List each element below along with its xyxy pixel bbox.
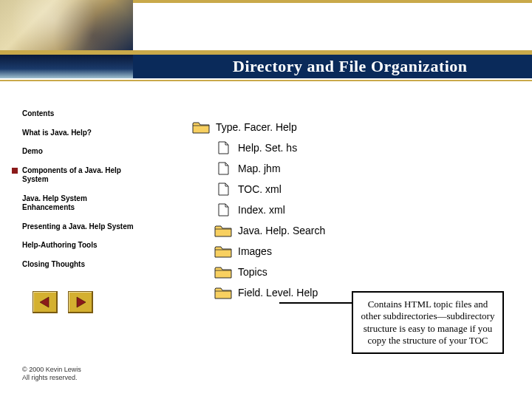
tree-label: Java. Help. Search <box>238 225 325 236</box>
tree-row: Index. xml <box>192 200 325 220</box>
toc-item-2[interactable]: Demo <box>22 147 140 157</box>
copyright-line1: © 2000 Kevin Lewis <box>22 366 81 375</box>
page-title: Directory and File Organization <box>233 57 468 76</box>
tree-row: TOC. xml <box>192 179 325 200</box>
tree-row: Java. Help. Search <box>192 220 325 241</box>
toc-sidebar: ContentsWhat is Java. Help?DemoComponent… <box>22 109 140 279</box>
file-icon <box>214 162 232 175</box>
directory-tree: Type. Facer. HelpHelp. Set. hsMap. jhmTO… <box>192 117 325 303</box>
tree-label: Help. Set. hs <box>238 142 297 154</box>
toc-item-7[interactable]: Closing Thoughts <box>22 260 140 270</box>
folder-icon <box>214 265 232 279</box>
toc-item-1[interactable]: What is Java. Help? <box>22 129 140 138</box>
tree-row: Field. Level. Help <box>192 282 325 303</box>
svg-marker-0 <box>40 297 49 307</box>
copyright-footer: © 2000 Kevin Lewis All rights reserved. <box>22 366 81 383</box>
tree-label: Field. Level. Help <box>238 287 318 299</box>
toc-item-5[interactable]: Presenting a Java. Help System <box>22 222 140 232</box>
file-icon <box>214 203 232 216</box>
toc-item-0[interactable]: Contents <box>22 109 140 119</box>
tree-label: Topics <box>238 266 267 278</box>
header-photo <box>0 0 133 50</box>
tree-label: Images <box>238 245 272 257</box>
svg-marker-1 <box>77 297 86 307</box>
file-icon <box>214 183 232 196</box>
folder-icon <box>214 245 232 258</box>
tree-row: Map. jhm <box>192 158 325 179</box>
tree-row: Help. Set. hs <box>192 137 325 158</box>
tree-row: Type. Facer. Help <box>192 117 325 137</box>
arrow-left-icon <box>38 296 52 309</box>
tree-label: Index. xml <box>238 204 285 216</box>
toc-item-3[interactable]: Components of a Java. Help System <box>22 166 140 185</box>
copyright-line2: All rights reserved. <box>22 374 81 383</box>
toc-item-4[interactable]: Java. Help System Enhancements <box>22 194 140 213</box>
tree-label: Map. jhm <box>238 163 281 174</box>
arrow-right-icon <box>74 296 87 309</box>
toc-item-6[interactable]: Help-Authoring Tools <box>22 241 140 250</box>
title-underline <box>0 80 532 81</box>
folder-icon <box>214 224 232 237</box>
title-accent <box>0 55 133 78</box>
topics-callout: Contains HTML topic files and other subd… <box>352 291 504 354</box>
callout-connector <box>279 302 352 304</box>
tree-label: Type. Facer. Help <box>216 121 297 133</box>
tree-row: Topics <box>192 262 325 282</box>
next-button[interactable] <box>68 291 93 313</box>
tree-row: Images <box>192 241 325 262</box>
folder-icon <box>192 120 210 134</box>
folder-icon <box>214 286 232 299</box>
header-spacer <box>133 0 532 50</box>
prev-button[interactable] <box>33 291 58 313</box>
tree-label: TOC. xml <box>238 183 282 195</box>
file-icon <box>214 141 232 154</box>
